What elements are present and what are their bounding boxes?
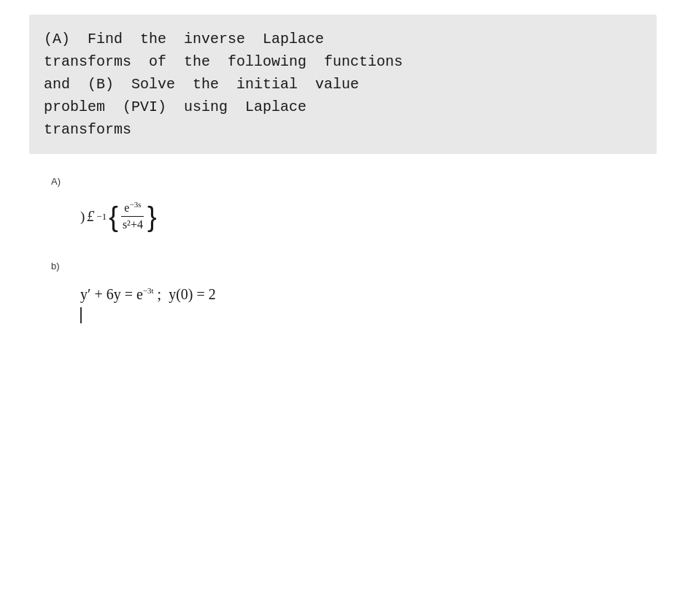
header-text: (A) Find the inverse Laplace transforms … (44, 28, 642, 141)
ode-exponent: −3t (143, 286, 154, 295)
laplace-expr: ) £ −1 { e−3s s²+4 } (80, 201, 157, 231)
fraction-denominator: s²+4 (120, 217, 146, 231)
ode-equation: y′ + 6y = e−3t ; y(0) = 2 (80, 286, 216, 303)
laplace-fraction: e−3s s²+4 (120, 201, 146, 231)
laplace-prefix: ) (80, 209, 85, 225)
text-cursor (80, 307, 82, 323)
header-box: (A) Find the inverse Laplace transforms … (29, 15, 657, 154)
section-a: A) ) £ −1 { e−3s s²+4 } (51, 176, 157, 231)
fraction-numerator: e−3s (121, 201, 144, 217)
laplace-expression-block: ) £ −1 { e−3s s²+4 } (80, 201, 157, 231)
numerator-exponent: −3s (129, 200, 141, 209)
left-curly-brace: { (109, 203, 118, 231)
section-b: b) y′ + 6y = e−3t ; y(0) = 2 (51, 261, 216, 323)
section-b-label: b) (51, 261, 216, 272)
section-a-label: A) (51, 176, 157, 187)
right-curly-brace: } (147, 203, 157, 231)
ode-text: y′ + 6y = e−3t ; y(0) = 2 (80, 286, 216, 303)
laplace-fraction-container: { e−3s s²+4 } (109, 201, 156, 231)
l-operator: £ (87, 208, 94, 225)
